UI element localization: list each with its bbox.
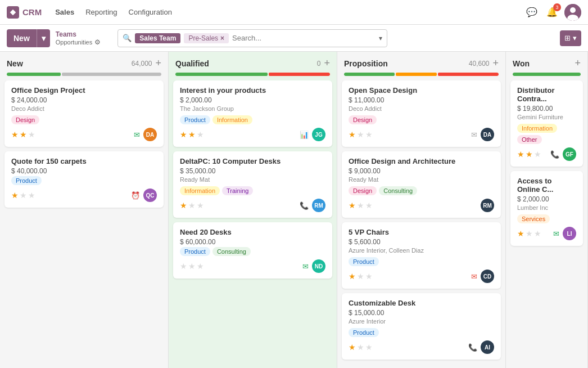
card-tag[interactable]: Training	[222, 186, 253, 195]
filter-sales-team[interactable]: Sales Team	[135, 33, 180, 43]
card-item[interactable]: Customizable Desk $ 15,000.00 Azure Inte…	[342, 293, 501, 360]
card-footer: ★★★ ⏰QC	[11, 189, 157, 202]
user-avatar[interactable]	[564, 4, 581, 21]
star-3[interactable]: ★	[534, 150, 541, 159]
phone-icon[interactable]: 📞	[300, 201, 309, 210]
star-1[interactable]: ★	[180, 130, 187, 139]
menu-configuration[interactable]: Configuration	[124, 6, 177, 19]
card-item[interactable]: DeltaPC: 10 Computer Desks $ 35,000.00 R…	[173, 151, 332, 218]
col-add-qualified[interactable]: +	[324, 57, 330, 69]
card-tag[interactable]: Information	[517, 124, 557, 133]
card-item[interactable]: Need 20 Desks $ 60,000.00 ProductConsult…	[173, 222, 332, 279]
star-2[interactable]: ★	[188, 201, 196, 210]
email-icon[interactable]: ✉	[553, 230, 559, 238]
star-1[interactable]: ★	[180, 262, 187, 271]
star-3[interactable]: ★	[197, 201, 204, 210]
col-add-won[interactable]: +	[575, 57, 581, 69]
star-2[interactable]: ★	[357, 201, 364, 210]
card-tag[interactable]: Design	[349, 115, 377, 124]
card-tag[interactable]: Consulting	[212, 247, 251, 256]
card-avatar: QC	[143, 189, 157, 202]
star-1[interactable]: ★	[517, 150, 524, 159]
filter-presales[interactable]: Pre-Sales ×	[184, 33, 229, 43]
filter-presales-remove[interactable]: ×	[220, 34, 224, 42]
card-item[interactable]: Office Design and Architecture $ 9,000.0…	[342, 151, 501, 218]
new-button[interactable]: New ▾	[7, 29, 50, 47]
cards-qualified: Interest in your products $ 2,000.00 The…	[169, 80, 337, 368]
star-2[interactable]: ★	[526, 229, 533, 238]
star-1[interactable]: ★	[349, 130, 356, 139]
star-2[interactable]: ★	[357, 130, 364, 139]
star-2[interactable]: ★	[188, 262, 196, 271]
card-tag[interactable]: Services	[517, 214, 550, 223]
email-icon[interactable]: ✉	[471, 131, 477, 139]
star-3[interactable]: ★	[365, 343, 373, 352]
card-item[interactable]: 5 VP Chairs $ 5,600.00 Azure Interior, C…	[342, 222, 501, 289]
star-2[interactable]: ★	[188, 130, 196, 139]
phone-icon[interactable]: 📞	[550, 150, 559, 159]
card-item[interactable]: Interest in your products $ 2,000.00 The…	[173, 80, 332, 147]
card-tag[interactable]: Product	[349, 257, 379, 266]
notifications-icon[interactable]: 🔔 3	[544, 5, 560, 20]
col-add-new[interactable]: +	[155, 57, 161, 69]
card-tag[interactable]: Product	[349, 328, 379, 337]
chat-icon[interactable]: 💬	[524, 5, 540, 20]
star-2[interactable]: ★	[20, 130, 27, 139]
star-1[interactable]: ★	[349, 343, 356, 352]
new-button-label[interactable]: New	[7, 29, 37, 47]
menu-reporting[interactable]: Reporting	[81, 6, 121, 19]
notification-badge: 3	[553, 3, 561, 11]
search-dropdown-icon[interactable]: ▾	[379, 34, 382, 42]
star-3[interactable]: ★	[365, 272, 373, 281]
spreadsheet-icon[interactable]: 📊	[300, 131, 309, 139]
card-tags: ProductInformation	[180, 115, 325, 124]
card-item[interactable]: Open Space Design $ 11,000.00 Deco Addic…	[342, 80, 501, 147]
card-tag[interactable]: Consulting	[379, 186, 417, 195]
star-2[interactable]: ★	[20, 191, 27, 200]
card-tag[interactable]: Product	[11, 176, 42, 185]
card-item[interactable]: Access to Online C... $ 2,000.00 Lumber …	[510, 171, 583, 246]
card-tag[interactable]: Information	[212, 115, 252, 124]
star-2[interactable]: ★	[357, 343, 364, 352]
phone-icon[interactable]: 📞	[468, 343, 477, 352]
card-tag[interactable]: Other	[517, 135, 542, 144]
menu-sales[interactable]: Sales	[51, 6, 79, 19]
star-1[interactable]: ★	[180, 201, 187, 210]
star-3[interactable]: ★	[197, 130, 204, 139]
card-tag[interactable]: Information	[180, 186, 220, 195]
card-tag[interactable]: Design	[349, 186, 377, 195]
star-1[interactable]: ★	[349, 201, 356, 210]
card-tag[interactable]: Design	[11, 115, 39, 124]
star-1[interactable]: ★	[349, 272, 356, 281]
star-2[interactable]: ★	[526, 150, 533, 159]
card-item[interactable]: Quote for 150 carpets $ 40,000.00 Produc…	[4, 151, 164, 208]
card-item[interactable]: Office Design Project $ 24,000.00 Deco A…	[4, 80, 164, 147]
email-icon[interactable]: ✉	[134, 131, 140, 139]
star-3[interactable]: ★	[365, 130, 373, 139]
star-1[interactable]: ★	[11, 191, 19, 200]
card-tag[interactable]: Product	[180, 115, 210, 124]
star-2[interactable]: ★	[357, 272, 364, 281]
email-icon[interactable]: ✉	[302, 262, 309, 271]
col-add-proposition[interactable]: +	[492, 57, 499, 69]
star-3[interactable]: ★	[28, 191, 35, 200]
search-input[interactable]	[232, 34, 376, 42]
kanban-view-button[interactable]: ⊞ ▾	[560, 30, 581, 46]
new-button-caret[interactable]: ▾	[37, 29, 50, 47]
email-icon[interactable]: ✉	[471, 272, 477, 281]
card-tag[interactable]: Product	[180, 247, 210, 256]
star-1[interactable]: ★	[11, 130, 19, 139]
breadcrumb-teams[interactable]: Teams	[56, 30, 101, 38]
column-proposition: Proposition 40,600+ Open Space Design $ …	[337, 52, 506, 368]
view-dropdown[interactable]: ▾	[573, 34, 577, 42]
card-item[interactable]: Distributor Contra... $ 19,800.00 Gemini…	[510, 80, 583, 167]
star-3[interactable]: ★	[28, 130, 35, 139]
clock-icon[interactable]: ⏰	[131, 191, 140, 200]
star-3[interactable]: ★	[197, 262, 204, 271]
app-logo[interactable]: CRM	[7, 6, 42, 19]
star-3[interactable]: ★	[365, 201, 373, 210]
star-3[interactable]: ★	[534, 229, 541, 238]
star-1[interactable]: ★	[517, 229, 524, 238]
settings-icon[interactable]: ⚙	[94, 38, 101, 46]
search-bar[interactable]: 🔍 Sales Team Pre-Sales × ▾	[117, 29, 387, 47]
